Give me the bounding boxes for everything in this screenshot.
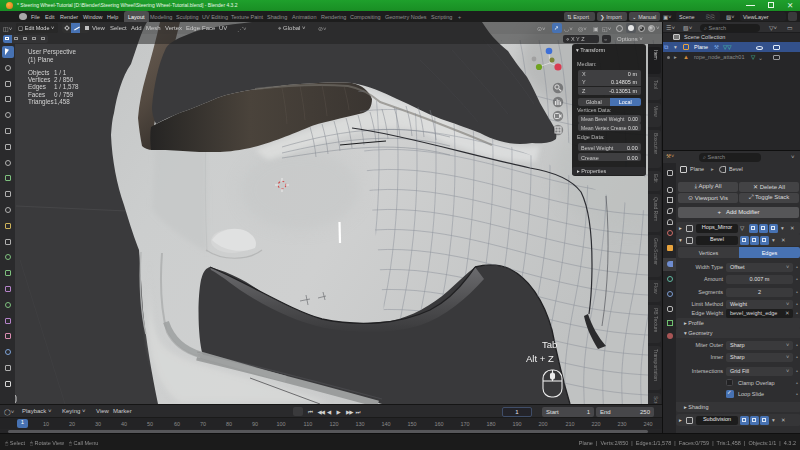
svg-text:Tab: Tab: [542, 339, 557, 350]
svg-text:User Perspective: User Perspective: [28, 48, 76, 56]
svg-text:0 / 759: 0 / 759: [54, 91, 74, 98]
svg-text:2 / 850: 2 / 850: [54, 76, 74, 83]
svg-text:Faces: Faces: [28, 91, 45, 98]
svg-text:Triangles: Triangles: [28, 98, 54, 106]
svg-text:1 / 1,578: 1 / 1,578: [54, 83, 79, 90]
svg-text:(1) Plane: (1) Plane: [28, 56, 54, 64]
svg-text:1,458: 1,458: [54, 98, 70, 105]
svg-text:Vertices: Vertices: [28, 76, 50, 83]
svg-text:1 / 1: 1 / 1: [54, 69, 67, 76]
svg-text:Alt + Z: Alt + Z: [526, 353, 554, 364]
